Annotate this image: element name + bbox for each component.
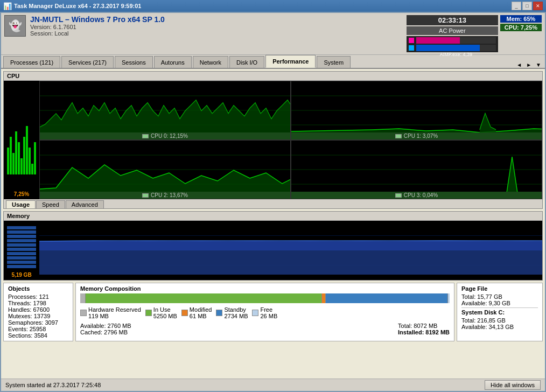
mem-available: Available: 2760 MB xyxy=(80,323,131,329)
tab-performance[interactable]: Performance xyxy=(265,55,316,68)
app-info: JN-MUTL – Windows 7 Pro x64 SP 1.0 Versi… xyxy=(30,15,402,37)
tab-sessions[interactable]: Sessions xyxy=(115,56,153,68)
legend-standby: Standby 2734 MB xyxy=(216,306,248,319)
mem-cached: Cached: 2796 MB xyxy=(80,329,131,335)
objects-panel: Objects Processes: 121 Threads: 1798 Han… xyxy=(3,283,73,341)
tab-autoruns[interactable]: Autoruns xyxy=(154,56,192,68)
disk-c-title: System Disk C: xyxy=(461,309,538,316)
divider xyxy=(461,307,538,308)
tab-processes[interactable]: Processes (121) xyxy=(3,56,60,68)
memory-section-label: Memory xyxy=(4,212,542,221)
sub-tab-advanced[interactable]: Advanced xyxy=(66,200,104,208)
svg-rect-35 xyxy=(7,230,36,234)
cpu3-chart xyxy=(291,141,542,199)
legend-dot-hardware xyxy=(80,310,87,316)
seg-standby xyxy=(326,293,447,303)
header-area: 👻 JN-MUTL – Windows 7 Pro x64 SP 1.0 Ver… xyxy=(1,13,545,55)
tab-services[interactable]: Services (217) xyxy=(61,56,114,68)
svg-rect-1 xyxy=(7,148,9,174)
mem-chart xyxy=(39,221,542,280)
cpu1-indicator xyxy=(395,134,402,138)
legend-dot-modified xyxy=(181,310,188,316)
stat-col-left: Available: 2760 MB Cached: 2796 MB xyxy=(80,323,131,335)
cpu-percent-label: 7,25% xyxy=(14,191,29,197)
sub-tab-usage[interactable]: Usage xyxy=(6,200,36,208)
page-file-panel: Page File Total: 15,77 GB Available: 9,3… xyxy=(457,283,543,341)
objects-processes: Processes: 121 xyxy=(8,293,68,300)
cpu2-indicator xyxy=(142,193,149,198)
cpu-section: CPU .mini-green-bar { background:#00cc00… xyxy=(3,71,543,209)
tab-next-button[interactable]: ► xyxy=(524,62,533,68)
cpu-graph-0: CPU 0: 12,15% xyxy=(39,81,291,140)
window-controls: _ □ ✕ xyxy=(512,2,543,10)
cpu0-indicator xyxy=(142,134,149,138)
seg-modified xyxy=(322,293,326,303)
memory-section: Memory xyxy=(3,211,543,281)
titlebar: 📊 Task Manager DeLuxe x64 - 27.3.2017 9:… xyxy=(0,0,546,12)
legend-hardware: Hardware Reserved 119 MB xyxy=(80,306,141,319)
mem-total: Total: 8072 MB xyxy=(398,323,450,329)
tab-diskio[interactable]: Disk I/O xyxy=(229,56,264,68)
sub-tabs: Usage Speed Advanced xyxy=(4,199,542,208)
svg-rect-42 xyxy=(7,261,36,264)
power-display: AC Power xyxy=(407,26,498,35)
app-icon: 👻 xyxy=(4,15,26,37)
cpu-graph-1: CPU 1: 3,07% xyxy=(291,81,542,140)
tab-nav: ◄ ► ▼ xyxy=(515,62,543,68)
cpu-panel: CPU: 7,25% xyxy=(500,24,542,31)
minimize-button[interactable]: _ xyxy=(512,2,521,10)
cpu3-indicator xyxy=(395,193,402,198)
titlebar-title: 📊 Task Manager DeLuxe x64 - 27.3.2017 9:… xyxy=(3,2,141,10)
svg-rect-38 xyxy=(7,243,36,247)
objects-events: Events: 25958 xyxy=(8,326,68,332)
sub-tab-speed[interactable]: Speed xyxy=(36,200,65,208)
content-area: CPU .mini-green-bar { background:#00cc00… xyxy=(1,69,545,379)
objects-mutexes: Mutexes: 13739 xyxy=(8,313,68,319)
cpu1-label: CPU 1: 3,07% xyxy=(291,132,542,139)
maximize-button[interactable]: □ xyxy=(522,2,532,10)
svg-rect-4 xyxy=(15,131,17,174)
objects-handles: Handles: 67600 xyxy=(8,306,68,313)
svg-rect-5 xyxy=(18,142,20,174)
mem-sidebar: 5,19 GB xyxy=(4,221,39,280)
legend-modified: Modified 61 MB xyxy=(181,306,212,319)
page-file-total: Total: 15,77 GB xyxy=(461,293,538,300)
page-file-title: Page File xyxy=(461,285,538,292)
objects-threads: Threads: 1798 xyxy=(8,300,68,306)
tab-menu-button[interactable]: ▼ xyxy=(534,62,543,68)
svg-marker-49 xyxy=(39,250,542,275)
status-panels: 02:33:13 AC Power firefox.exe: 2,38 GB xyxy=(407,15,542,52)
cpu-graph-3: CPU 3: 0,04% xyxy=(291,140,542,199)
aimp-label: AIMP.exe: 4,39 xyxy=(416,51,496,58)
svg-rect-41 xyxy=(7,256,36,260)
memory-comp-panel: Memory Composition Hardware Reserved xyxy=(75,283,454,341)
cpu0-chart xyxy=(40,81,290,139)
legend-dot-standby xyxy=(216,310,222,316)
system-start-label: System started at 27.3.2017 7:25:48 xyxy=(5,382,101,388)
mem-comp-bar xyxy=(80,293,450,303)
svg-rect-10 xyxy=(31,164,33,174)
cpu-sidebar: .mini-green-bar { background:#00cc00; wi… xyxy=(4,81,39,199)
svg-rect-39 xyxy=(7,248,36,251)
page-file-available: Available: 9,30 GB xyxy=(461,300,538,306)
hide-all-windows-button[interactable]: Hide all windows xyxy=(485,380,541,390)
mem-installed: Installed: 8192 MB xyxy=(398,329,450,335)
tab-system[interactable]: System xyxy=(317,56,351,68)
cpu-graphs: CPU 0: 12,15% xyxy=(39,81,542,199)
svg-rect-34 xyxy=(7,226,36,229)
tab-network[interactable]: Network xyxy=(193,56,228,68)
svg-rect-40 xyxy=(7,252,36,255)
svg-rect-11 xyxy=(34,142,36,174)
svg-rect-7 xyxy=(23,137,25,174)
cpu-graph-2: CPU 2: 13,67% xyxy=(39,140,291,199)
app-version: Version: 6.1.7601 xyxy=(30,24,402,30)
svg-rect-43 xyxy=(7,265,36,268)
tab-prev-button[interactable]: ◄ xyxy=(515,62,523,68)
stat-col-right: Total: 8072 MB Installed: 8192 MB xyxy=(398,323,450,335)
bottom-info: Objects Processes: 121 Threads: 1798 Han… xyxy=(3,283,543,341)
close-button[interactable]: ✕ xyxy=(533,2,543,10)
seg-free xyxy=(448,293,450,303)
svg-rect-3 xyxy=(12,153,15,174)
svg-rect-8 xyxy=(26,126,28,174)
app-session: Session: Local xyxy=(30,30,402,37)
